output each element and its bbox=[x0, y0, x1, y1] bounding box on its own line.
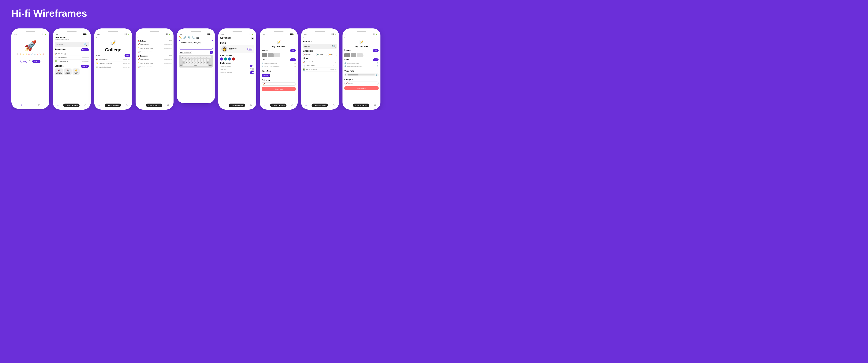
delete-idea-button[interactable]: Delete Idea bbox=[261, 87, 296, 91]
link-icon[interactable]: 🔗 bbox=[183, 36, 186, 39]
cat-fun[interactable]: 😊 10 Ideas Fun bbox=[72, 68, 80, 75]
category-pill[interactable]: 🎮 Entertainment ▾ bbox=[179, 51, 192, 54]
record-new-idea-button[interactable]: ✦ Record New Idea bbox=[104, 104, 121, 107]
list-item[interactable]: 📊Investor Dashboard a minute ago › bbox=[137, 65, 172, 69]
page-title: Hi-fi Wireframes bbox=[11, 8, 857, 19]
login-button[interactable]: Login bbox=[20, 60, 27, 63]
list-item[interactable]: 📗E-book for Python a minute ago › bbox=[303, 68, 337, 71]
record-new-idea-button[interactable]: ✦ Record New Idea bbox=[270, 104, 286, 107]
bottom-bar: ⌂ ✦ Record New Idea ⚙ bbox=[137, 102, 172, 107]
list-item[interactable]: 📊Investor Dashboard a minute ago › bbox=[96, 65, 130, 69]
mic-icon[interactable]: 🎙️ bbox=[188, 36, 190, 39]
back-button[interactable]: ‹ bbox=[96, 36, 130, 39]
img-thumb[interactable] bbox=[268, 53, 274, 57]
toggle-location-switch[interactable] bbox=[250, 65, 254, 67]
img-thumb[interactable] bbox=[351, 53, 356, 57]
home-icon[interactable]: ⌂ bbox=[347, 104, 348, 107]
add-icon[interactable]: + bbox=[251, 37, 254, 40]
categories-view-all[interactable]: View All bbox=[81, 65, 89, 68]
settings-icon[interactable]: ⚙ bbox=[333, 104, 335, 107]
camera-icon[interactable]: 📷 bbox=[196, 36, 199, 39]
settings-icon[interactable]: ⚙ bbox=[374, 104, 376, 107]
home-icon[interactable]: ⌂ bbox=[140, 104, 141, 107]
edit-icon[interactable]: ✏️ bbox=[179, 36, 182, 39]
cat-college[interactable]: 📚 9 Ideas College bbox=[64, 68, 71, 75]
swatch-purple[interactable] bbox=[220, 58, 223, 61]
settings-icon[interactable]: ⚙ bbox=[291, 104, 293, 107]
add-images-button[interactable]: Add bbox=[373, 49, 378, 52]
home-icon[interactable]: ⌂ bbox=[223, 104, 224, 107]
play-icon[interactable]: ▶ bbox=[345, 74, 347, 76]
settings-icon[interactable]: ⚙ bbox=[84, 104, 86, 107]
home-icon[interactable]: ⌂ bbox=[306, 104, 307, 107]
delete-idea-button[interactable]: Delete Idea bbox=[344, 86, 378, 90]
record-new-idea-button[interactable]: ✦ Record New Idea bbox=[353, 104, 369, 107]
settings-icon[interactable]: ⚙ bbox=[167, 104, 169, 107]
swatch-blue[interactable] bbox=[228, 58, 231, 61]
view-all-button[interactable]: View All bbox=[81, 48, 89, 51]
link-item[interactable]: 🔗 google.com/NiagariaHussai/c... 📋 bbox=[261, 65, 296, 68]
link-item[interactable]: 🔗 twitter.com/FrappeCloud 📋 bbox=[344, 62, 378, 65]
swatch-teal[interactable] bbox=[224, 58, 227, 61]
record-new-idea-button[interactable]: ✦ Record New Idea bbox=[312, 104, 328, 107]
list-item[interactable]: 🚀New Idea App a minute ago bbox=[55, 52, 89, 56]
record-button[interactable]: Record bbox=[261, 74, 270, 77]
add-images-button[interactable]: Add bbox=[290, 49, 296, 52]
list-item[interactable]: 🚀New Idea App a minute ago › bbox=[137, 42, 172, 46]
cat-filter-business[interactable]: 🚀Business1 Ideas bbox=[303, 53, 315, 56]
list-item[interactable]: 📗E-book for Python a minute ago bbox=[55, 60, 89, 63]
list-item[interactable]: 🌟Fake Copy Generator a minute ago › bbox=[96, 61, 130, 65]
cat-business[interactable]: 🚀 3 Ideas Business bbox=[55, 68, 63, 75]
back-button[interactable]: ‹ bbox=[137, 36, 172, 39]
record-new-idea-button[interactable]: ✦ Record New Idea bbox=[229, 104, 245, 107]
record-new-idea-button[interactable]: ✦ Record New Idea bbox=[146, 104, 162, 107]
delete-audio-icon[interactable]: 🗑️ bbox=[375, 74, 377, 76]
results-search-bar[interactable]: 🔍 bbox=[303, 44, 337, 49]
back-button[interactable]: ‹ bbox=[303, 36, 337, 39]
category-select[interactable]: 🚀 Business ▾ bbox=[344, 81, 378, 85]
home-icon[interactable]: ⌂ bbox=[98, 104, 100, 107]
signup-button[interactable]: Sign Up bbox=[32, 60, 40, 63]
record-new-idea-button[interactable]: ✦ Record New Idea bbox=[63, 104, 80, 107]
home-icon[interactable]: ⌂ bbox=[57, 104, 59, 107]
search-input[interactable] bbox=[304, 45, 332, 47]
search-input[interactable] bbox=[56, 43, 84, 45]
rocket-icon: 🚀 bbox=[24, 40, 37, 52]
settings-icon[interactable]: ⚙ bbox=[38, 104, 40, 106]
new-idea-button[interactable]: New bbox=[125, 54, 130, 57]
list-item[interactable]: ☁️Frappe Refresh a minute ago bbox=[55, 56, 89, 60]
list-item[interactable]: ☁️Frappe Refresh a minute ago › bbox=[303, 64, 337, 68]
settings-icon[interactable]: ⚙ bbox=[126, 104, 128, 107]
list-item[interactable]: 📊Investor Dashboard a minute ago › bbox=[137, 50, 172, 54]
list-item[interactable]: 🚀New Idea App a minute ago › bbox=[137, 58, 172, 61]
home-icon[interactable]: ⌂ bbox=[264, 104, 266, 107]
search-bar[interactable]: 🔍 bbox=[55, 42, 89, 47]
img-thumb[interactable] bbox=[344, 53, 350, 57]
cat-filter-college[interactable]: 📚College9 Ideas bbox=[316, 53, 327, 56]
confirm-button[interactable]: ✓ bbox=[210, 51, 213, 54]
add-links-button[interactable]: Add bbox=[290, 58, 296, 61]
link-item[interactable]: 🔗 twitter.com/FrappeCloud 📋 bbox=[261, 62, 296, 65]
list-item[interactable]: 🚀New Idea App a minute ago › bbox=[303, 60, 337, 64]
close-button[interactable]: ✕ bbox=[211, 36, 213, 39]
back-button[interactable]: ‹ bbox=[261, 36, 296, 39]
img-thumb[interactable] bbox=[261, 53, 267, 57]
back-button[interactable]: ‹ bbox=[344, 36, 378, 39]
list-item[interactable]: ✨Fake Copy Generator a minute ago › bbox=[137, 61, 172, 65]
clip-icon[interactable]: 📎 bbox=[192, 36, 195, 39]
home-icon[interactable]: ⌂ bbox=[21, 104, 22, 106]
toggle-cloud-switch[interactable] bbox=[250, 68, 254, 71]
edit-profile-button[interactable]: Edit bbox=[247, 47, 253, 51]
add-links-button[interactable]: Add bbox=[373, 58, 378, 61]
link-item[interactable]: 🔗 google.com/NiagariaHussai/c... 📋 bbox=[344, 65, 378, 68]
cat-filter-fun[interactable]: 😊Fun3 Ideas bbox=[328, 53, 337, 56]
list-item[interactable]: 🚀New Idea App a minute ago › bbox=[96, 58, 130, 61]
list-item[interactable]: ✨Fake Copy Generator a minute ago › bbox=[137, 46, 172, 50]
img-thumb[interactable] bbox=[274, 53, 280, 57]
swatch-red[interactable] bbox=[232, 58, 235, 61]
ai-text-area[interactable]: An AI for creating doctypes| bbox=[179, 40, 213, 50]
toggle-startup-switch[interactable] bbox=[250, 71, 254, 74]
img-thumb[interactable] bbox=[357, 53, 363, 57]
settings-icon[interactable]: ⚙ bbox=[250, 104, 252, 107]
category-select[interactable]: 🚀 Business ▾ bbox=[261, 82, 296, 86]
